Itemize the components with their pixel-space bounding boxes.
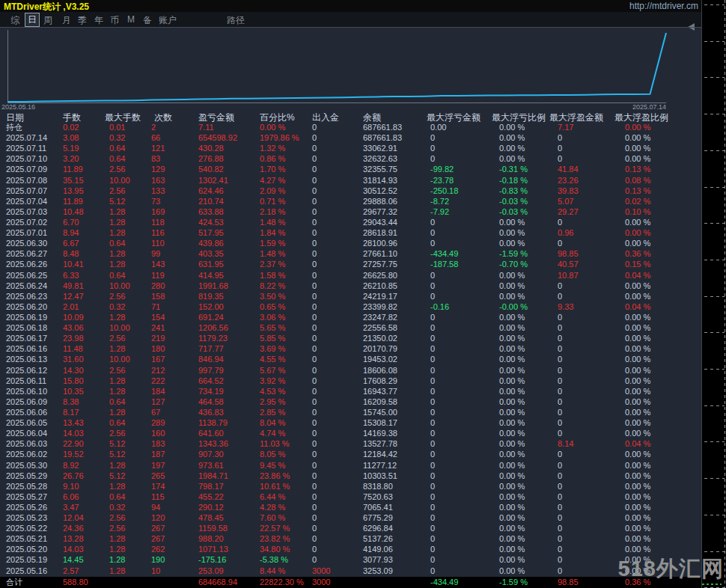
cell-pnl: 276.88 xyxy=(198,153,224,164)
cell-pct: 2.37 % xyxy=(260,259,285,269)
cell-date: 2025.07.11 xyxy=(6,143,46,153)
vendor-url[interactable]: http://mtdriver.cm xyxy=(629,1,698,11)
cell-balance: 16943.77 xyxy=(363,386,397,396)
cell-count: 143 xyxy=(151,259,165,269)
column-header[interactable]: 手数 xyxy=(63,111,81,122)
toolbar-item-8[interactable]: 备 xyxy=(143,14,152,27)
cell-max_float_loss: -187.58 xyxy=(430,259,458,269)
cell-balance: 32632.63 xyxy=(363,153,397,164)
cell-date: 2025.06.09 xyxy=(6,396,47,407)
cell-in_out: 0 xyxy=(312,354,317,364)
cell-lots: 3.08 xyxy=(63,132,79,143)
cell-max_float_loss: 0 xyxy=(430,153,435,164)
toolbar-item-6[interactable]: 币 xyxy=(110,14,119,27)
title-bar: MTDriver统计 ,V3.25 http://mtdriver.cm xyxy=(0,0,701,12)
column-header[interactable]: 最大浮盈比例 xyxy=(614,111,668,122)
cell-max_float_loss_pct: 0.00 % xyxy=(499,270,525,281)
cell-pct: 9.45 % xyxy=(260,460,285,471)
toolbar-item-2[interactable]: 周 xyxy=(43,14,52,27)
cell-lots: 23.98 xyxy=(63,333,84,343)
cell-max_lots: 1.28 xyxy=(109,533,125,544)
cell-balance: 23247.82 xyxy=(363,312,397,322)
cell-in_out: 0 xyxy=(312,407,317,417)
cell-pct: 11.03 % xyxy=(260,438,290,449)
cell-max_float_loss: 0 xyxy=(430,333,435,343)
cell-in_out: 0 xyxy=(312,217,317,227)
toolbar-item-0[interactable]: 综 xyxy=(10,14,19,27)
column-header[interactable]: 出入金 xyxy=(312,111,339,122)
cell-balance: 20170.79 xyxy=(363,343,397,354)
cell-max_float_loss_pct: 0.00 % xyxy=(499,365,525,376)
cell-lots: 10.48 xyxy=(63,206,84,217)
cell-lots: 15.80 xyxy=(63,376,84,386)
table-row: 2025.07.0911.892.56129540.821.70 %032355… xyxy=(0,164,701,174)
column-header[interactable]: 次数 xyxy=(154,111,172,122)
cell-in_out: 0 xyxy=(312,396,317,407)
column-header[interactable]: 日期 xyxy=(6,111,24,122)
toolbar-path-label[interactable]: 路径 xyxy=(227,14,245,27)
cell-max_float_profit: 0 xyxy=(558,417,562,428)
cell-pct: 8.22 % xyxy=(260,281,285,291)
column-header[interactable]: 百分比% xyxy=(260,111,295,122)
column-header[interactable]: 最大手数 xyxy=(105,111,141,122)
cell-pnl: 430.28 xyxy=(198,143,224,153)
cell-count: 10 xyxy=(151,566,160,576)
cell-pct: 34.80 % xyxy=(260,544,290,554)
cell-max_float_loss_pct: 0.00 % xyxy=(499,122,525,132)
cell-max_float_loss: -7.92 xyxy=(430,206,449,217)
cell-balance: 32355.75 xyxy=(363,164,397,174)
column-header[interactable]: 余额 xyxy=(363,111,381,122)
column-header[interactable]: 最大浮亏金额 xyxy=(427,111,481,122)
cell-pnl: 907.30 xyxy=(198,449,224,459)
cell-max_float_profit: 0 xyxy=(558,281,562,291)
cell-pct: 8.05 % xyxy=(260,449,285,459)
cell-count: 267 xyxy=(151,523,165,533)
cell-max_float_loss: 0 xyxy=(430,238,435,248)
cell-in_out: 0 xyxy=(312,270,317,281)
toolbar-item-4[interactable]: 季 xyxy=(78,14,87,27)
cell-pnl: 1984.71 xyxy=(198,471,228,481)
cell-date: 2025.07.01 xyxy=(6,227,47,238)
cell-max_float_profit_pct: 0.00 % xyxy=(625,143,650,153)
column-header[interactable]: 最大浮盈金额 xyxy=(549,111,603,122)
cell-pct: 4.28 % xyxy=(260,502,285,512)
toolbar-item-7[interactable]: M xyxy=(127,14,135,25)
cell-count: 212 xyxy=(151,365,165,376)
cell-pnl: 424.53 xyxy=(198,217,224,227)
total-lots: 588.80 xyxy=(63,577,88,588)
column-header[interactable]: 盈亏金额 xyxy=(198,111,234,122)
toolbar-item-9[interactable]: 账户 xyxy=(159,14,177,27)
cell-max_float_loss_pct: 0.00 % xyxy=(499,471,525,481)
cell-pct: 1979.86 % xyxy=(260,132,299,143)
column-header[interactable]: 最大浮亏比例 xyxy=(492,111,546,122)
cell-max_float_loss_pct: 0.00 % xyxy=(499,512,525,523)
cell-max_lots: 1.28 xyxy=(109,481,125,491)
cell-pnl: 624.46 xyxy=(198,186,224,196)
cell-max_float_loss_pct: -0.70 % xyxy=(499,259,528,269)
cell-max_float_loss_pct: -0.83 % xyxy=(499,186,528,196)
cell-count: 222 xyxy=(151,376,165,386)
toolbar-item-1[interactable]: 日 xyxy=(25,13,40,27)
toolbar-item-3[interactable]: 月 xyxy=(62,14,71,27)
cell-max_lots: 2.56 xyxy=(109,365,125,376)
cell-in_out: 0 xyxy=(312,291,317,301)
cell-max_float_profit_pct: 0.00 % xyxy=(625,291,650,301)
cell-pct: 0.71 % xyxy=(260,196,285,206)
cell-max_float_profit_pct: 0.04 % xyxy=(625,301,650,312)
cell-in_out: 0 xyxy=(312,365,317,376)
cell-max_float_profit: 29.27 xyxy=(558,206,579,217)
cell-max_float_loss_pct: 0.00 % xyxy=(499,407,525,417)
cell-lots: 12.04 xyxy=(63,512,84,523)
cell-pnl: 633.88 xyxy=(198,206,224,217)
table-row: 2025.06.0414.032.56160641.604.74 %014169… xyxy=(0,428,701,438)
cell-pnl: 478.45 xyxy=(198,512,224,523)
cell-pct: 1.84 % xyxy=(260,227,285,238)
cell-date: 2025.06.10 xyxy=(6,386,47,396)
cell-max_float_profit_pct: 0.00 % xyxy=(625,227,650,238)
cell-max_lots: 0.64 xyxy=(109,238,125,248)
cell-in_out: 0 xyxy=(312,523,317,533)
cell-max_float_loss: 0 xyxy=(430,438,435,449)
table-body: 持仓0.020.0127.110.00 %0687661.830.000.00 … xyxy=(0,122,701,576)
cell-max_float_profit: 0 xyxy=(558,554,562,565)
toolbar-item-5[interactable]: 年 xyxy=(94,14,103,27)
